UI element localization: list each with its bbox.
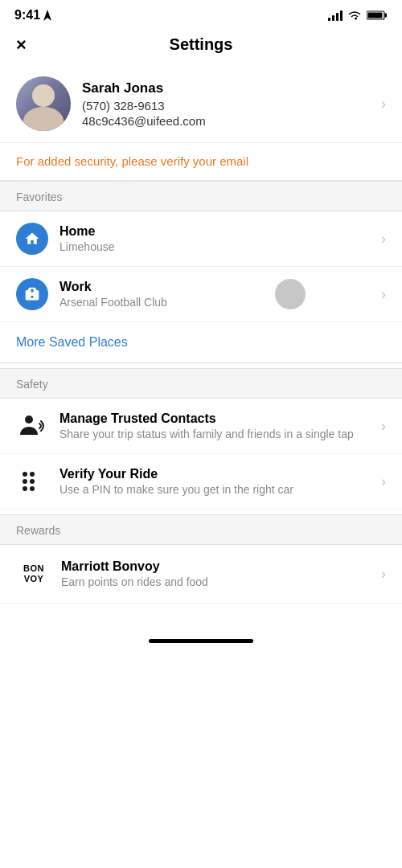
favorites-section-header: Favorites	[0, 181, 402, 211]
work-chevron-icon: ›	[381, 286, 386, 303]
bon-voy-icon: BON VOY	[16, 556, 51, 592]
trusted-contacts-chevron-icon: ›	[381, 418, 386, 435]
safety-label: Safety	[16, 378, 48, 391]
trusted-contacts-item[interactable]: Manage Trusted Contacts Share your trip …	[0, 399, 402, 454]
safety-section-header: Safety	[0, 368, 402, 399]
marriott-bonvoy-item[interactable]: BON VOY Marriott Bonvoy Earn points on r…	[0, 545, 402, 604]
time-display: 9:41	[14, 8, 40, 23]
svg-point-4	[25, 416, 33, 424]
nav-arrow-icon	[43, 10, 51, 21]
profile-email: 48c9c436@uifeed.com	[82, 114, 373, 128]
verify-email-text: For added security, please verify your e…	[16, 154, 248, 168]
signal-icon	[328, 10, 343, 21]
trusted-contacts-icon	[16, 410, 48, 442]
status-time: 9:41	[14, 8, 51, 23]
close-button[interactable]: ×	[16, 36, 27, 54]
home-favorite-item[interactable]: Home Limehouse ›	[0, 211, 402, 267]
header: × Settings	[0, 27, 402, 65]
marriott-chevron-icon: ›	[381, 566, 386, 583]
verify-ride-title: Verify Your Ride	[59, 467, 381, 481]
home-title: Home	[59, 224, 381, 239]
trusted-contacts-subtitle: Share your trip status with family and f…	[59, 428, 381, 440]
svg-point-6	[30, 472, 35, 477]
profile-section[interactable]: Sarah Jonas (570) 328-9613 48c9c436@uife…	[0, 65, 402, 143]
home-icon-circle	[16, 223, 48, 255]
profile-info: Sarah Jonas (570) 328-9613 48c9c436@uife…	[82, 80, 373, 128]
work-item-content: Work Arsenal Football Club	[59, 280, 381, 309]
settings-title: Settings	[170, 35, 233, 54]
verify-ride-icon	[16, 465, 48, 497]
home-item-content: Home Limehouse	[59, 224, 381, 253]
svg-point-7	[23, 479, 27, 484]
work-icon-circle	[16, 278, 48, 310]
verify-ride-subtitle: Use a PIN to make sure you get in the ri…	[59, 483, 381, 496]
profile-name: Sarah Jonas	[82, 80, 373, 96]
svg-point-5	[23, 472, 27, 477]
marriott-subtitle: Earn points on rides and food	[61, 575, 381, 588]
profile-phone: (570) 328-9613	[82, 99, 373, 113]
status-bar: 9:41	[0, 0, 402, 27]
favorites-label: Favorites	[16, 190, 63, 203]
home-subtitle: Limehouse	[59, 240, 381, 253]
more-saved-places[interactable]: More Saved Places	[0, 322, 402, 363]
svg-marker-0	[43, 10, 51, 21]
grid-dots-icon	[21, 470, 43, 493]
profile-chevron-icon: ›	[381, 96, 386, 113]
marriott-title: Marriott Bonvoy	[61, 559, 381, 574]
status-icons	[328, 10, 388, 21]
rewards-label: Rewards	[16, 524, 60, 537]
bon-voy-line1: BON	[23, 563, 44, 574]
verify-ride-content: Verify Your Ride Use a PIN to make sure …	[59, 467, 381, 496]
marriott-content: Marriott Bonvoy Earn points on rides and…	[61, 559, 381, 588]
work-title: Work	[59, 280, 381, 294]
home-icon	[24, 231, 40, 247]
trusted-contacts-content: Manage Trusted Contacts Share your trip …	[59, 411, 381, 440]
svg-point-10	[30, 486, 35, 491]
home-indicator	[0, 628, 402, 649]
trusted-contacts-title: Manage Trusted Contacts	[59, 411, 381, 426]
home-indicator-bar	[149, 639, 253, 643]
work-icon	[24, 286, 40, 302]
avatar	[16, 76, 71, 131]
wifi-icon	[347, 10, 362, 21]
verify-ride-item[interactable]: Verify Your Ride Use a PIN to make sure …	[0, 454, 402, 510]
bon-voy-line2: VOY	[24, 574, 44, 584]
svg-rect-2	[368, 13, 383, 18]
home-chevron-icon: ›	[381, 231, 386, 248]
svg-rect-3	[385, 14, 388, 18]
svg-point-8	[30, 479, 35, 484]
more-places-text[interactable]: More Saved Places	[16, 335, 128, 349]
work-favorite-item[interactable]: Work Arsenal Football Club ›	[0, 267, 402, 322]
contacts-icon	[18, 412, 46, 440]
rewards-section-header: Rewards	[0, 514, 402, 545]
verify-email-banner[interactable]: For added security, please verify your e…	[0, 143, 402, 181]
svg-point-9	[23, 486, 27, 491]
work-overlay-circle	[275, 279, 306, 309]
work-subtitle: Arsenal Football Club	[59, 296, 381, 309]
verify-ride-chevron-icon: ›	[381, 473, 386, 490]
battery-icon	[367, 10, 388, 21]
